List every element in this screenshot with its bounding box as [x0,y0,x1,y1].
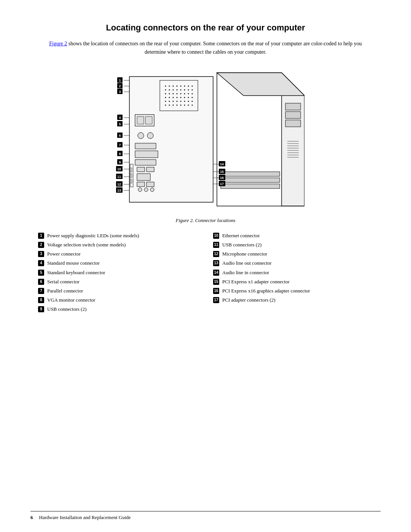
svg-point-41 [192,101,193,102]
svg-rect-69 [285,120,301,127]
legend-item-text: Serial connector [47,278,198,285]
legend-item-text: Ethernet connector [222,232,373,239]
svg-point-37 [177,101,178,102]
legend-badge: 12 [213,251,219,257]
legend-item: 14Audio line in connector [213,269,373,276]
legend-item-text: VGA monitor connector [47,297,198,304]
legend: 1Power supply diagnostic LEDs (some mode… [38,232,373,313]
svg-point-20 [173,93,174,94]
svg-text:3: 3 [119,90,121,94]
svg-point-26 [165,97,166,98]
svg-rect-66 [130,179,132,183]
legend-item: 2Voltage selection switch (some models) [38,241,198,249]
svg-point-27 [169,97,170,98]
svg-point-18 [165,93,166,94]
svg-point-53 [138,133,144,139]
legend-item-text: Microphone connector [222,251,373,257]
svg-rect-55 [137,167,145,172]
legend-badge: 9 [38,306,44,312]
svg-point-6 [180,85,182,86]
legend-item-text: USB connectors (2) [47,306,198,313]
page-footer: 6 Hardware Installation and Replacement … [30,511,381,521]
legend-item: 8VGA monitor connector [38,296,198,304]
svg-point-42 [165,104,166,105]
legend-badge: 11 [213,242,219,248]
svg-point-40 [188,101,189,102]
svg-point-32 [188,97,189,98]
svg-point-61 [144,188,148,192]
svg-point-34 [165,101,166,102]
legend-badge: 13 [213,260,219,266]
svg-point-46 [180,104,182,105]
svg-rect-67 [285,103,301,110]
svg-point-17 [192,89,193,90]
svg-rect-51 [137,117,144,124]
intro-paragraph: Figure 2 shows the location of connector… [30,40,381,57]
svg-point-33 [192,97,193,98]
computer-diagram: 1 2 3 4 5 6 7 [107,65,304,214]
svg-point-60 [138,188,142,192]
svg-text:8: 8 [119,152,121,156]
legend-item: 12Microphone connector [213,250,373,258]
svg-text:7: 7 [119,143,121,147]
legend-item: 9USB connectors (2) [38,305,198,313]
svg-rect-80 [221,184,280,189]
legend-item-text: Audio line out connector [222,260,373,267]
svg-rect-59 [147,182,154,187]
legend-item: 15PCI Express x1 adapter connector [213,278,373,286]
svg-rect-65 [130,174,132,177]
legend-item-text: PCI Express x1 adapter connector [222,278,373,285]
legend-badge: 16 [213,288,219,294]
svg-rect-57 [137,174,150,181]
svg-point-28 [173,97,174,98]
svg-text:13: 13 [117,189,121,192]
svg-text:16: 16 [220,176,224,180]
svg-point-22 [180,93,182,94]
legend-item: 16PCI Express x16 graphics adapter conne… [213,287,373,295]
svg-point-15 [184,89,185,90]
svg-text:17: 17 [220,182,224,186]
svg-point-29 [177,97,178,98]
svg-point-47 [184,104,185,105]
svg-point-2 [165,85,166,86]
svg-point-45 [177,104,178,105]
legend-badge: 3 [38,251,44,257]
legend-item: 3Power connector [38,250,198,258]
svg-point-11 [169,89,170,90]
legend-badge: 5 [38,270,44,276]
legend-item: 13Audio line out connector [213,259,373,267]
legend-item-text: Power supply diagnostic LEDs (some model… [47,232,198,239]
legend-item: 4Standard mouse connector [38,259,198,267]
legend-badge: 2 [38,242,44,248]
svg-point-16 [188,89,189,90]
svg-point-8 [188,85,189,86]
legend-item-text: Standard keyboard connector [47,269,198,276]
legend-item-text: Parallel connector [47,288,198,294]
svg-rect-56 [147,167,154,172]
legend-left: 1Power supply diagnostic LEDs (some mode… [38,232,198,313]
legend-item: 10Ethernet connector [213,232,373,240]
svg-point-39 [184,101,185,102]
legend-item-text: Audio line in connector [222,269,373,276]
svg-rect-52 [145,117,152,124]
svg-text:11: 11 [117,175,121,179]
svg-point-25 [192,93,193,94]
legend-item: 1Power supply diagnostic LEDs (some mode… [38,232,198,240]
svg-point-43 [169,104,170,105]
legend-item: 6Serial connector [38,278,198,286]
svg-point-62 [150,188,154,192]
svg-point-49 [192,104,193,105]
svg-rect-79 [221,178,280,182]
svg-rect-64 [130,168,132,172]
legend-badge: 6 [38,279,44,285]
legend-item-text: Voltage selection switch (some models) [47,241,198,248]
svg-point-54 [147,133,153,139]
svg-point-31 [184,97,185,98]
svg-point-3 [169,85,170,86]
figure2-link[interactable]: Figure 2 [49,41,67,46]
legend-item: 17PCI adapter connectors (2) [213,296,373,304]
svg-point-35 [169,101,170,102]
legend-right: 10Ethernet connector11USB connectors (2)… [213,232,373,313]
legend-item: 5Standard keyboard connector [38,269,198,276]
legend-item-text: Power connector [47,251,198,257]
